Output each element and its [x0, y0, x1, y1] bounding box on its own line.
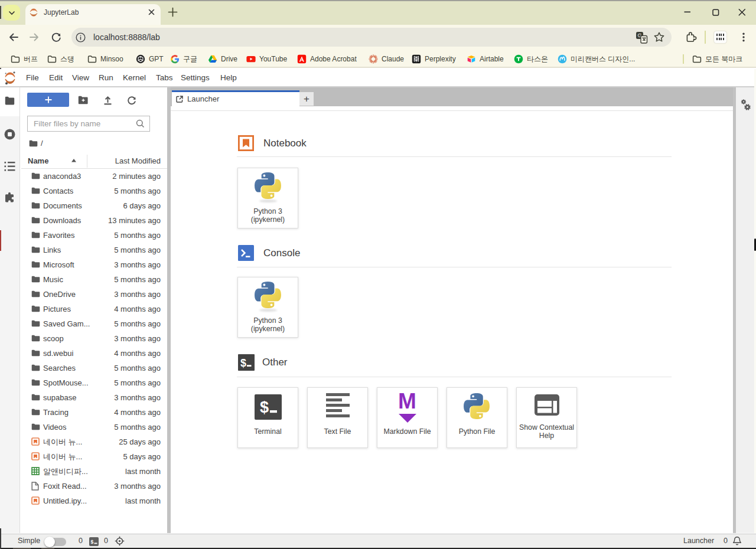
svg-text:$: $ — [91, 539, 94, 545]
svg-text:$: $ — [240, 357, 246, 369]
svg-text:$: $ — [260, 398, 269, 416]
